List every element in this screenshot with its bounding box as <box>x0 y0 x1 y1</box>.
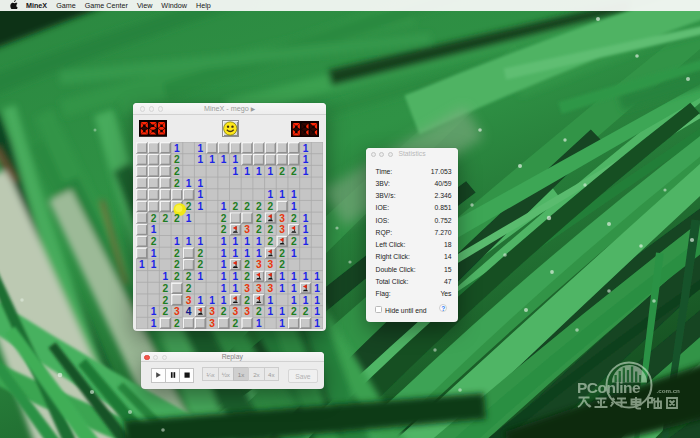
svg-text:2: 2 <box>291 166 297 177</box>
svg-text:1: 1 <box>302 271 308 282</box>
svg-text:2: 2 <box>244 294 250 305</box>
svg-text:1: 1 <box>185 236 191 247</box>
svg-text:2: 2 <box>302 306 308 317</box>
svg-text:1: 1 <box>209 294 215 305</box>
svg-text:1: 1 <box>279 306 285 317</box>
svg-text:1: 1 <box>291 271 297 282</box>
svg-text:2: 2 <box>244 271 250 282</box>
svg-text:1: 1 <box>221 283 227 294</box>
svg-text:2: 2 <box>256 224 262 235</box>
svg-text:2: 2 <box>197 259 203 270</box>
svg-text:1: 1 <box>150 259 156 270</box>
svg-text:1: 1 <box>302 294 308 305</box>
svg-text:1: 1 <box>150 318 156 329</box>
svg-text:PConline: PConline <box>577 379 641 396</box>
svg-text:1: 1 <box>279 189 285 200</box>
svg-text:1: 1 <box>256 248 262 259</box>
svg-text:2: 2 <box>150 236 156 247</box>
svg-text:1: 1 <box>291 294 297 305</box>
svg-text:1: 1 <box>314 283 320 294</box>
svg-text:3: 3 <box>209 306 215 317</box>
svg-text:1: 1 <box>232 166 238 177</box>
svg-text:1: 1 <box>314 318 320 329</box>
svg-text:2: 2 <box>256 306 262 317</box>
svg-text:1: 1 <box>185 213 191 224</box>
svg-text:2: 2 <box>267 236 273 247</box>
svg-text:2: 2 <box>232 318 238 329</box>
svg-text:2: 2 <box>232 201 238 212</box>
svg-text:3: 3 <box>267 259 273 270</box>
svg-text:1: 1 <box>279 283 285 294</box>
svg-text:1: 1 <box>221 271 227 282</box>
svg-text:1: 1 <box>197 154 203 165</box>
svg-text:2: 2 <box>279 259 285 270</box>
svg-text:2: 2 <box>174 259 180 270</box>
svg-text:1: 1 <box>244 166 250 177</box>
svg-text:1: 1 <box>302 142 308 153</box>
svg-text:1: 1 <box>302 166 308 177</box>
svg-text:2: 2 <box>221 306 227 317</box>
svg-text:4: 4 <box>185 306 191 317</box>
svg-text:2: 2 <box>291 213 297 224</box>
svg-text:2: 2 <box>185 283 191 294</box>
svg-text:1: 1 <box>232 283 238 294</box>
svg-text:2: 2 <box>162 294 168 305</box>
svg-text:2: 2 <box>162 213 168 224</box>
svg-text:1: 1 <box>150 248 156 259</box>
svg-text:1: 1 <box>267 306 273 317</box>
svg-text:2: 2 <box>197 248 203 259</box>
svg-text:2: 2 <box>244 259 250 270</box>
svg-text:1: 1 <box>291 248 297 259</box>
svg-text:3: 3 <box>174 306 180 317</box>
svg-text:1: 1 <box>256 318 262 329</box>
svg-text:1: 1 <box>267 294 273 305</box>
svg-text:1: 1 <box>314 294 320 305</box>
svg-text:1: 1 <box>302 236 308 247</box>
svg-text:2: 2 <box>174 178 180 189</box>
svg-text:2: 2 <box>162 306 168 317</box>
svg-text:2: 2 <box>256 213 262 224</box>
svg-text:1: 1 <box>150 224 156 235</box>
svg-text:1: 1 <box>162 271 168 282</box>
svg-text:2: 2 <box>291 306 297 317</box>
svg-text:1: 1 <box>291 201 297 212</box>
svg-text:1: 1 <box>314 271 320 282</box>
svg-text:1: 1 <box>197 189 203 200</box>
svg-text:1: 1 <box>221 154 227 165</box>
svg-text:2: 2 <box>162 283 168 294</box>
svg-text:1: 1 <box>232 248 238 259</box>
svg-text:3: 3 <box>244 283 250 294</box>
svg-text:2: 2 <box>150 213 156 224</box>
svg-text:2: 2 <box>267 224 273 235</box>
svg-text:2: 2 <box>174 154 180 165</box>
svg-text:2: 2 <box>174 318 180 329</box>
svg-text:1: 1 <box>244 248 250 259</box>
svg-text:2: 2 <box>221 224 227 235</box>
svg-text:2: 2 <box>221 213 227 224</box>
svg-text:2: 2 <box>174 213 180 224</box>
svg-text:1: 1 <box>232 154 238 165</box>
svg-text:2: 2 <box>256 201 262 212</box>
svg-text:1: 1 <box>185 178 191 189</box>
svg-text:2: 2 <box>185 201 191 212</box>
svg-text:1: 1 <box>314 306 320 317</box>
svg-text:1: 1 <box>221 236 227 247</box>
svg-text:1: 1 <box>267 166 273 177</box>
svg-text:3: 3 <box>256 283 262 294</box>
svg-text:1: 1 <box>221 259 227 270</box>
svg-text:2: 2 <box>279 248 285 259</box>
svg-text:1: 1 <box>232 236 238 247</box>
svg-text:3: 3 <box>244 224 250 235</box>
svg-text:3: 3 <box>185 294 191 305</box>
svg-text:1: 1 <box>197 294 203 305</box>
svg-text:1: 1 <box>174 236 180 247</box>
svg-text:1: 1 <box>232 271 238 282</box>
svg-text:2: 2 <box>244 201 250 212</box>
svg-text:3: 3 <box>279 213 285 224</box>
svg-text:1: 1 <box>302 154 308 165</box>
svg-text:1: 1 <box>256 236 262 247</box>
svg-text:1: 1 <box>267 189 273 200</box>
svg-text:2: 2 <box>291 236 297 247</box>
svg-text:3: 3 <box>256 259 262 270</box>
svg-text:3: 3 <box>267 283 273 294</box>
